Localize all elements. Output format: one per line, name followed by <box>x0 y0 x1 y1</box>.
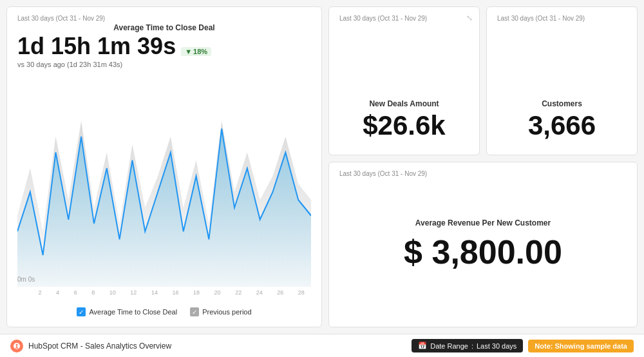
down-arrow-icon: ▼ <box>185 48 192 55</box>
footer: HubSpot CRM - Sales Analytics Overview 📅… <box>0 334 644 357</box>
new-deals-date: Last 30 days (Oct 31 - Nov 29) <box>339 15 469 22</box>
calendar-icon: 📅 <box>418 342 427 350</box>
change-badge: ▼ 18% <box>181 47 211 56</box>
date-range-value: Last 30 days <box>477 342 516 350</box>
current-period-area <box>17 128 311 286</box>
left-chart-panel: Last 30 days (Oct 31 - Nov 29) Average T… <box>6 6 322 327</box>
new-deals-value: $26.6k <box>363 111 445 140</box>
chart-title: Average Time to Close Deal <box>17 23 311 32</box>
legend-previous-checkbox[interactable]: ✓ <box>190 307 199 316</box>
chart-svg <box>17 73 311 302</box>
top-cards-row: Last 30 days (Oct 31 - Nov 29) ⤡ New Dea… <box>328 6 638 155</box>
customers-title: Customers <box>542 99 582 108</box>
svg-point-1 <box>16 343 18 345</box>
avg-revenue-date: Last 30 days (Oct 31 - Nov 29) <box>339 170 427 177</box>
chart-legend: ✓ Average Time to Close Deal ✓ Previous … <box>17 302 311 319</box>
customers-value: 3,666 <box>528 111 596 140</box>
logo-icon <box>13 342 21 350</box>
compare-text: vs 30 days ago (1d 23h 31m 43s) <box>17 61 311 68</box>
avg-revenue-value: $ 3,800.00 <box>404 233 562 271</box>
app-title: HubSpot CRM - Sales Analytics Overview <box>28 342 171 351</box>
avg-revenue-card: Last 30 days (Oct 31 - Nov 29) Average R… <box>328 162 638 327</box>
customers-date: Last 30 days (Oct 31 - Nov 29) <box>497 15 627 22</box>
legend-previous: ✓ Previous period <box>190 307 251 316</box>
left-date-label: Last 30 days (Oct 31 - Nov 29) <box>17 15 311 22</box>
new-deals-title: New Deals Amount <box>369 99 439 108</box>
date-range-label: Date Range <box>430 342 468 350</box>
footer-right: 📅 Date Range: Last 30 days Note: Showing… <box>412 339 634 352</box>
customers-card: Last 30 days (Oct 31 - Nov 29) Customers… <box>486 6 638 155</box>
avg-revenue-title: Average Revenue Per New Customer <box>415 218 551 227</box>
new-deals-card: Last 30 days (Oct 31 - Nov 29) ⤡ New Dea… <box>328 6 480 155</box>
legend-previous-label: Previous period <box>202 308 251 316</box>
avg-close-metric: 1d 15h 1m 39s <box>17 34 176 59</box>
right-panel: Last 30 days (Oct 31 - Nov 29) ⤡ New Dea… <box>328 6 638 327</box>
footer-left: HubSpot CRM - Sales Analytics Overview <box>10 340 171 352</box>
legend-current-checkbox[interactable]: ✓ <box>77 307 86 316</box>
legend-current: ✓ Average Time to Close Deal <box>77 307 177 316</box>
legend-current-label: Average Time to Close Deal <box>89 308 177 316</box>
hubspot-logo <box>10 340 23 352</box>
sample-data-badge: Note: Showing sample data <box>528 340 634 352</box>
date-range-badge[interactable]: 📅 Date Range: Last 30 days <box>412 339 523 352</box>
x-axis-labels: 2 4 6 8 10 12 14 16 18 20 22 24 26 28 <box>24 289 305 296</box>
expand-icon[interactable]: ⤡ <box>466 14 473 23</box>
y-axis-label: 0m 0s <box>17 276 35 283</box>
chart-area: 0m 0s 2 4 6 8 10 12 14 16 18 20 22 24 26… <box>17 73 311 302</box>
